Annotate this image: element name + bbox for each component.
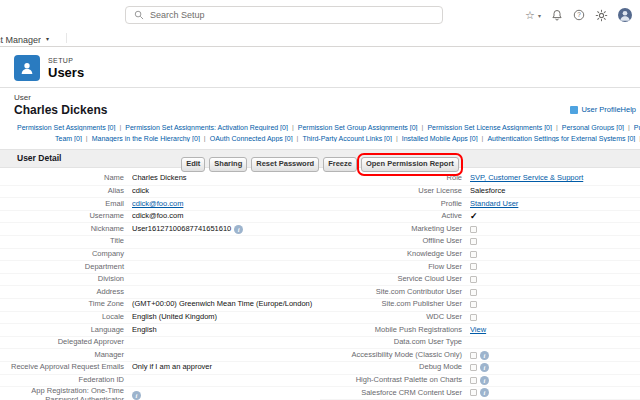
field-value-text: Charles Dickens	[132, 174, 187, 183]
related-list-link[interactable]: Public Group Membership [0]	[634, 124, 640, 131]
sharing-button[interactable]: Sharing	[209, 157, 247, 172]
related-list-link[interactable]: Installed Mobile Apps [0]	[402, 135, 478, 142]
detail-row: LanguageEnglish	[0, 324, 320, 337]
tab-divider	[66, 33, 67, 43]
classic-detail-frame: User Charles Dickens User ProfileHelp Pe…	[0, 87, 640, 400]
field-value: SVP, Customer Service & Support	[470, 174, 640, 183]
favorites-chevron-icon[interactable]: ▾	[538, 12, 541, 19]
setup-content: SETUP Users User Charles Dickens User Pr…	[0, 47, 640, 400]
checkbox-unchecked-icon	[470, 276, 477, 283]
field-value: View	[470, 326, 640, 335]
field-value-text: Only if I am an approver	[132, 363, 212, 372]
detail-row: Company	[0, 249, 320, 262]
related-list-link[interactable]: Third-Party Account Links [0]	[302, 135, 391, 142]
related-list-link[interactable]: Managers in the Role Hierarchy [0]	[92, 135, 200, 142]
field-label: Federation ID	[0, 376, 132, 385]
link-separator: |	[482, 135, 484, 142]
notifications-bell-icon[interactable]	[551, 9, 563, 21]
field-value: Only if I am an approver	[132, 363, 320, 372]
tab-chevron-icon[interactable]: ▾	[46, 35, 49, 42]
detail-row: Time Zone(GMT+00:00) Greenwich Mean Time…	[0, 299, 320, 312]
favorites-star-icon[interactable]: ☆	[525, 10, 535, 21]
checkbox-unchecked-icon	[470, 389, 477, 396]
field-value: Salesforce	[470, 187, 640, 196]
field-value: i	[470, 388, 640, 397]
field-value	[470, 301, 640, 308]
field-label: Division	[0, 275, 132, 284]
tab-object-manager-label[interactable]: Object Manager	[0, 35, 41, 45]
global-header: Search Setup ☆ ▾ ?	[0, 0, 640, 31]
field-value	[470, 314, 640, 321]
field-value: ✓	[470, 211, 640, 221]
help-for-page-link[interactable]: User ProfileHelp	[570, 105, 636, 114]
field-label: Salesforce CRM Content User	[320, 389, 470, 398]
field-value: i	[470, 363, 640, 372]
setup-gear-icon[interactable]	[595, 9, 608, 22]
related-list-link[interactable]: Permission Set License Assignments [0]	[427, 124, 552, 131]
detail-left-column: NameCharles DickensAliascdickEmailcdick@…	[0, 173, 320, 400]
help-link-label: User ProfileHelp	[581, 105, 636, 114]
related-list-link[interactable]: Permission Set Assignments [0]	[17, 124, 115, 131]
related-list-link[interactable]: Permission Set Group Assignments [0]	[298, 124, 418, 131]
reset-password-button[interactable]: Reset Password	[251, 157, 319, 172]
field-label: Name	[0, 174, 132, 183]
field-label: Role	[320, 174, 470, 183]
field-value-link[interactable]: Standard User	[470, 200, 518, 209]
help-icon[interactable]: ?	[573, 9, 585, 21]
tab-object-manager[interactable]: Object Manager	[0, 29, 41, 47]
detail-row: User LicenseSalesforce	[320, 186, 640, 199]
detail-row: Department	[0, 261, 320, 274]
field-value-link[interactable]: View	[470, 326, 486, 335]
field-value: cdick@foo.com	[132, 200, 320, 209]
setup-kicker: SETUP	[48, 57, 84, 64]
related-list-link[interactable]: Authentication Settings for External Sys…	[487, 135, 635, 142]
detail-row: Title	[0, 236, 320, 249]
field-label: Flow User	[320, 263, 470, 272]
entity-header: User Charles Dickens User ProfileHelp	[0, 91, 640, 117]
freeze-button[interactable]: Freeze	[323, 157, 357, 172]
checkbox-unchecked-icon	[470, 238, 477, 245]
field-label: Receive Approval Request Emails	[0, 363, 132, 372]
related-lists-row-2: Team [0]|Managers in the Role Hierarchy …	[0, 135, 640, 142]
related-list-link[interactable]: OAuth Connected Apps [0]	[210, 135, 293, 142]
field-value-link[interactable]: cdick@foo.com	[132, 200, 183, 209]
detail-row: Site.com Contributor User	[320, 286, 640, 299]
link-separator: |	[204, 135, 206, 142]
field-label: Language	[0, 326, 132, 335]
open-permission-report-button[interactable]: Open Permission Report	[361, 157, 459, 172]
svg-text:?: ?	[577, 11, 581, 18]
detail-row: ProfileStandard User	[320, 198, 640, 211]
user-avatar[interactable]	[618, 8, 632, 22]
related-lists-row-1: Permission Set Assignments [0]|Permissio…	[0, 124, 640, 131]
setup-search-input[interactable]: Search Setup	[125, 6, 443, 24]
field-value: Charles Dickens	[132, 174, 320, 183]
field-label: Debug Mode	[320, 363, 470, 372]
field-value-link[interactable]: SVP, Customer Service & Support	[470, 174, 583, 183]
related-list-link[interactable]: Personal Groups [0]	[562, 124, 624, 131]
field-label: Offline User	[320, 237, 470, 246]
detail-row: NameCharles Dickens	[0, 173, 320, 186]
detail-row: Division	[0, 274, 320, 287]
field-label: Company	[0, 250, 132, 259]
related-list-link[interactable]: Permission Set Assignments: Activation R…	[125, 124, 288, 131]
detail-row: Salesforce CRM Content Useri	[320, 387, 640, 400]
field-value: User16127100687741651610i	[132, 225, 320, 234]
field-value	[470, 289, 640, 296]
detail-row: NicknameUser16127100687741651610i	[0, 223, 320, 236]
field-label: Marketing User	[320, 225, 470, 234]
detail-row: Delegated Approver	[0, 337, 320, 350]
link-separator: |	[292, 124, 294, 131]
field-value: cdick	[132, 187, 320, 196]
info-icon: i	[480, 376, 489, 385]
info-icon: i	[480, 363, 489, 372]
detail-row: Offline User	[320, 236, 640, 249]
field-label: Title	[0, 237, 132, 246]
field-value-text: Salesforce	[470, 187, 505, 196]
field-label: High-Contrast Palette on Charts	[320, 376, 470, 385]
related-list-link[interactable]: Team [0]	[55, 135, 82, 142]
detail-row: Data.com User Type	[320, 337, 640, 350]
edit-button[interactable]: Edit	[181, 157, 205, 172]
detail-row: Emailcdick@foo.com	[0, 198, 320, 211]
field-value: (GMT+00:00) Greenwich Mean Time (Europe/…	[132, 300, 320, 309]
checkbox-unchecked-icon	[470, 364, 477, 371]
